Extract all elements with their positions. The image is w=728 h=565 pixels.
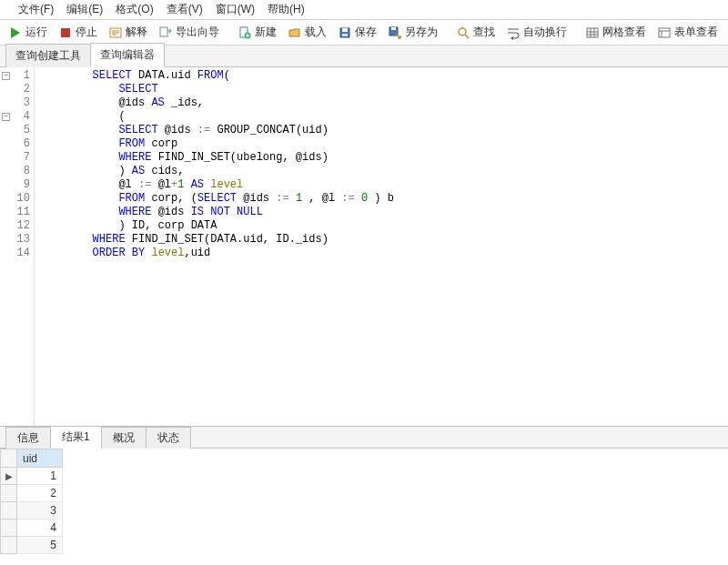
line-number: 5	[0, 124, 34, 137]
sql-editor: 1−234−567891011121314 SELECT DATA.uid FR…	[0, 67, 728, 427]
line-number: 4−	[0, 110, 34, 124]
new-icon	[238, 25, 252, 40]
tab-messages[interactable]: 信息	[5, 427, 51, 449]
code-line[interactable]: @ids AS _ids,	[40, 96, 728, 110]
stop-label: 停止	[76, 25, 97, 40]
line-number: 6	[0, 137, 34, 151]
export-icon	[158, 25, 173, 40]
explain-label: 解释	[126, 25, 147, 40]
menu-bar: 文件(F) 编辑(E) 格式(O) 查看(V) 窗口(W) 帮助(H)	[0, 0, 728, 20]
tab-result1[interactable]: 结果1	[50, 426, 102, 449]
column-header[interactable]: uid	[17, 449, 63, 468]
result-table: uid▶12345	[0, 449, 63, 554]
svg-rect-15	[391, 27, 396, 30]
form-view-button[interactable]: 表单查看	[652, 22, 723, 43]
table-row[interactable]: ▶1	[1, 468, 63, 485]
code-line[interactable]: FROM corp, (SELECT @ids := 1 , @l := 0 )…	[40, 192, 728, 206]
svg-rect-13	[342, 34, 348, 36]
stop-icon	[58, 25, 73, 40]
svg-point-16	[459, 28, 466, 35]
fold-icon[interactable]: −	[2, 113, 10, 121]
svg-marker-0	[11, 27, 20, 38]
svg-rect-1	[61, 28, 70, 37]
code-line[interactable]: ) AS cids,	[40, 165, 728, 178]
menu-view[interactable]: 查看(V)	[161, 0, 208, 19]
line-number: 8	[0, 165, 34, 178]
svg-line-17	[465, 35, 469, 38]
run-label: 运行	[25, 25, 47, 40]
tab-status[interactable]: 状态	[146, 427, 191, 449]
auto-wrap-label: 自动换行	[523, 25, 567, 40]
code-line[interactable]: SELECT @ids := GROUP_CONCAT(uid)	[40, 124, 728, 137]
grid-view-button[interactable]: 网格查看	[581, 22, 651, 43]
code-line[interactable]: @l := @l+1 AS level	[40, 178, 728, 192]
open-folder-icon	[288, 25, 302, 40]
code-line[interactable]: SELECT DATA.uid FROM(	[40, 69, 728, 83]
explain-button[interactable]: 解释	[104, 22, 152, 43]
load-label: 载入	[305, 25, 327, 40]
table-row[interactable]: 4	[1, 520, 63, 537]
tab-profile[interactable]: 概况	[101, 427, 147, 449]
row-indicator	[1, 537, 17, 554]
code-line[interactable]: WHERE FIND_IN_SET(DATA.uid, ID._ids)	[40, 233, 728, 247]
result-grid[interactable]: uid▶12345	[0, 449, 728, 565]
menu-file[interactable]: 文件(F)	[13, 0, 59, 19]
svg-marker-19	[511, 36, 513, 40]
save-button[interactable]: 保存	[333, 22, 381, 43]
save-as-label: 另存为	[405, 25, 438, 40]
save-as-icon	[388, 25, 402, 40]
export-wizard-button[interactable]: 导出向导	[154, 22, 224, 43]
tab-query-editor[interactable]: 查询编辑器	[90, 43, 165, 67]
line-number: 9	[0, 178, 34, 192]
tab-query-builder[interactable]: 查询创建工具	[5, 44, 91, 67]
code-line[interactable]: SELECT	[40, 83, 728, 96]
menu-edit[interactable]: 编辑(E)	[61, 0, 108, 19]
editor-code[interactable]: SELECT DATA.uid FROM( SELECT @ids AS _id…	[35, 67, 728, 426]
explain-icon	[108, 25, 123, 40]
form-view-label: 表单查看	[674, 25, 718, 40]
code-line[interactable]: ) ID, corp DATA	[40, 219, 728, 233]
grid-view-label: 网格查看	[602, 25, 646, 40]
word-wrap-icon	[506, 25, 521, 40]
code-line[interactable]: ORDER BY level,uid	[40, 247, 728, 260]
code-line[interactable]: (	[40, 110, 728, 124]
save-as-button[interactable]: 另存为	[383, 22, 442, 43]
line-number: 3	[0, 96, 34, 110]
menu-window[interactable]: 窗口(W)	[210, 0, 260, 19]
code-line[interactable]: WHERE @ids IS NOT NULL	[40, 206, 728, 219]
toolbar: 运行 停止 解释 导出向导 新建 载入 保存	[0, 20, 728, 45]
fold-icon[interactable]: −	[2, 72, 10, 80]
menu-help[interactable]: 帮助(H)	[262, 0, 310, 19]
line-number: 10	[0, 192, 34, 206]
find-button[interactable]: 查找	[451, 22, 500, 43]
result-tabstrip: 信息 结果1 概况 状态	[0, 427, 728, 449]
cell[interactable]: 3	[17, 502, 63, 520]
cell[interactable]: 1	[17, 468, 63, 485]
code-line[interactable]: FROM corp	[40, 137, 728, 151]
line-number: 2	[0, 83, 34, 96]
table-row[interactable]: 5	[1, 537, 63, 554]
line-number: 12	[0, 219, 34, 233]
new-button[interactable]: 新建	[233, 22, 281, 43]
cell[interactable]: 2	[17, 485, 63, 502]
new-label: 新建	[255, 25, 277, 40]
row-indicator: ▶	[1, 468, 17, 485]
cell[interactable]: 5	[17, 537, 63, 554]
query-tabstrip: 查询创建工具 查询编辑器	[0, 45, 728, 67]
auto-wrap-button[interactable]: 自动换行	[501, 22, 571, 43]
play-icon	[8, 25, 23, 40]
grid-icon	[585, 25, 600, 40]
cell[interactable]: 4	[17, 520, 63, 537]
line-number: 7	[0, 151, 34, 165]
table-row[interactable]: 2	[1, 485, 63, 502]
export-label: 导出向导	[176, 25, 219, 40]
code-line[interactable]: WHERE FIND_IN_SET(ubelong, @ids)	[40, 151, 728, 165]
stop-button[interactable]: 停止	[54, 22, 102, 43]
line-number: 14	[0, 247, 34, 260]
table-row[interactable]: 3	[1, 502, 63, 520]
load-button[interactable]: 载入	[283, 22, 331, 43]
save-label: 保存	[355, 25, 377, 40]
menu-format[interactable]: 格式(O)	[110, 0, 158, 19]
search-icon	[456, 25, 470, 40]
run-button[interactable]: 运行	[4, 22, 52, 43]
